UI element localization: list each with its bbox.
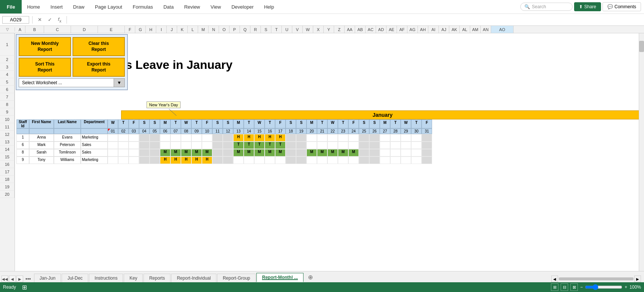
help-menu[interactable]: Help: [259, 0, 279, 13]
col-Z[interactable]: Z: [334, 26, 345, 33]
col-F[interactable]: F: [125, 26, 135, 33]
col-R[interactable]: R: [250, 26, 261, 33]
col-G[interactable]: G: [135, 26, 146, 33]
clear-report-button[interactable]: Clear thisReport: [73, 37, 125, 56]
worksheet-dropdown-arrow[interactable]: ▼: [114, 79, 124, 87]
col-N[interactable]: N: [209, 26, 219, 33]
tab-prev-arrow[interactable]: ◀: [9, 276, 16, 282]
tab-next-arrow[interactable]: ▶: [16, 276, 23, 282]
col-AE[interactable]: AE: [386, 26, 397, 33]
col-L[interactable]: L: [188, 26, 198, 33]
col-D[interactable]: D: [71, 26, 98, 33]
developer-menu[interactable]: Developer: [226, 0, 259, 13]
col-M[interactable]: M: [198, 26, 209, 33]
col-AH[interactable]: AH: [418, 26, 428, 33]
col-AG[interactable]: AG: [407, 26, 418, 33]
col-AM[interactable]: AM: [470, 26, 481, 33]
col-P[interactable]: P: [229, 26, 240, 33]
col-Y[interactable]: Y: [324, 26, 334, 33]
col-O[interactable]: O: [219, 26, 229, 33]
worksheet-select-container[interactable]: Select Worksheet ... ▼: [19, 78, 125, 87]
col-C[interactable]: C: [44, 26, 71, 33]
calendar-cell-16: [265, 156, 275, 164]
col-I[interactable]: I: [156, 26, 167, 33]
formulas-menu[interactable]: Formulas: [127, 0, 158, 13]
col-AF[interactable]: AF: [397, 26, 407, 33]
tab-first-arrow[interactable]: ◀◀: [1, 276, 8, 282]
cancel-edit-icon[interactable]: ✕: [36, 16, 44, 23]
zoom-in-icon[interactable]: +: [625, 285, 627, 290]
col-K[interactable]: K: [177, 26, 188, 33]
cell-reference[interactable]: [2, 16, 29, 24]
sheet-scroll-left[interactable]: ◀: [551, 276, 558, 282]
review-menu[interactable]: Review: [179, 0, 206, 13]
tab-key[interactable]: Key: [124, 274, 143, 282]
page-break-icon[interactable]: ⊠: [570, 283, 578, 291]
col-V[interactable]: V: [292, 26, 303, 33]
new-monthly-report-button[interactable]: New MonthlyReport: [19, 37, 71, 56]
tab-more[interactable]: •••: [24, 276, 33, 282]
spreadsheet-area: 1 2 3 4 5 6 7 8 9 10 11 12 13 14 15 16 1…: [0, 33, 644, 292]
vertical-scrollbar[interactable]: [639, 33, 644, 292]
col-AC[interactable]: AC: [366, 26, 376, 33]
zoom-out-icon[interactable]: −: [580, 285, 583, 290]
draw-menu[interactable]: Draw: [68, 0, 90, 13]
tab-report-monthly[interactable]: Report-Monthl ...: [256, 273, 303, 282]
data-menu[interactable]: Data: [158, 0, 179, 13]
comments-button[interactable]: 💬 Comments: [603, 2, 641, 11]
normal-view-icon[interactable]: ⊞: [551, 283, 558, 291]
col-S[interactable]: S: [261, 26, 271, 33]
col-Q[interactable]: Q: [240, 26, 250, 33]
add-sheet-button[interactable]: ⊕: [304, 272, 317, 282]
col-AK[interactable]: AK: [449, 26, 460, 33]
confirm-edit-icon[interactable]: ✓: [46, 16, 54, 23]
col-W[interactable]: W: [303, 26, 313, 33]
col-B[interactable]: B: [25, 26, 44, 33]
share-button[interactable]: ⬆ Share: [574, 2, 601, 11]
col-H[interactable]: H: [146, 26, 156, 33]
day-num-30: 30: [411, 128, 422, 134]
formula-input[interactable]: [70, 16, 642, 23]
tab-instructions[interactable]: Instructions: [89, 274, 123, 282]
col-AI[interactable]: AI: [428, 26, 439, 33]
v-scroll-thumb[interactable]: [639, 41, 644, 52]
calendar-cell-11: [212, 149, 223, 156]
search-box[interactable]: 🔍 Search: [520, 3, 573, 11]
col-AL[interactable]: AL: [460, 26, 470, 33]
col-T[interactable]: T: [271, 26, 282, 33]
insert-function-icon[interactable]: fx: [56, 16, 64, 24]
col-AA[interactable]: AA: [345, 26, 355, 33]
row-6: 6: [0, 86, 15, 93]
file-menu[interactable]: File: [0, 0, 22, 13]
col-J[interactable]: J: [167, 26, 177, 33]
col-AO[interactable]: AO: [491, 26, 514, 33]
sort-report-button[interactable]: Sort ThisReport: [19, 58, 71, 77]
calendar-cell-14: T: [244, 142, 254, 149]
col-AN[interactable]: AN: [481, 26, 491, 33]
home-menu[interactable]: Home: [22, 0, 45, 13]
export-report-button[interactable]: Export thisReport: [73, 58, 125, 77]
view-menu[interactable]: View: [205, 0, 226, 13]
tab-report-group[interactable]: Report-Group: [217, 274, 256, 282]
calendar-cell-15: M: [254, 149, 265, 156]
col-A[interactable]: A: [15, 26, 25, 33]
col-AJ[interactable]: AJ: [439, 26, 449, 33]
insert-menu[interactable]: Insert: [45, 0, 68, 13]
tab-report-individual[interactable]: Report-Individual: [171, 274, 216, 282]
col-AD[interactable]: AD: [376, 26, 386, 33]
calendar-cell-09: M: [191, 149, 202, 156]
select-all-corner[interactable]: ▽: [0, 27, 15, 31]
tab-jul-dec[interactable]: Jul-Dec: [62, 274, 88, 282]
tab-jan-jun[interactable]: Jan-Jun: [34, 274, 61, 282]
zoom-slider[interactable]: [585, 284, 622, 290]
cells-area[interactable]: New MonthlyReport Clear thisReport Sort …: [15, 33, 644, 292]
col-AB[interactable]: AB: [355, 26, 366, 33]
col-U[interactable]: U: [282, 26, 292, 33]
col-E[interactable]: E: [98, 26, 125, 33]
page-layout-menu[interactable]: Page Layout: [90, 0, 127, 13]
tab-reports[interactable]: Reports: [144, 274, 170, 282]
sheet-scroll-track[interactable]: [559, 277, 634, 280]
page-layout-icon[interactable]: ⊟: [561, 283, 568, 291]
col-X[interactable]: X: [313, 26, 324, 33]
sheet-scroll-right[interactable]: ▶: [634, 276, 641, 282]
